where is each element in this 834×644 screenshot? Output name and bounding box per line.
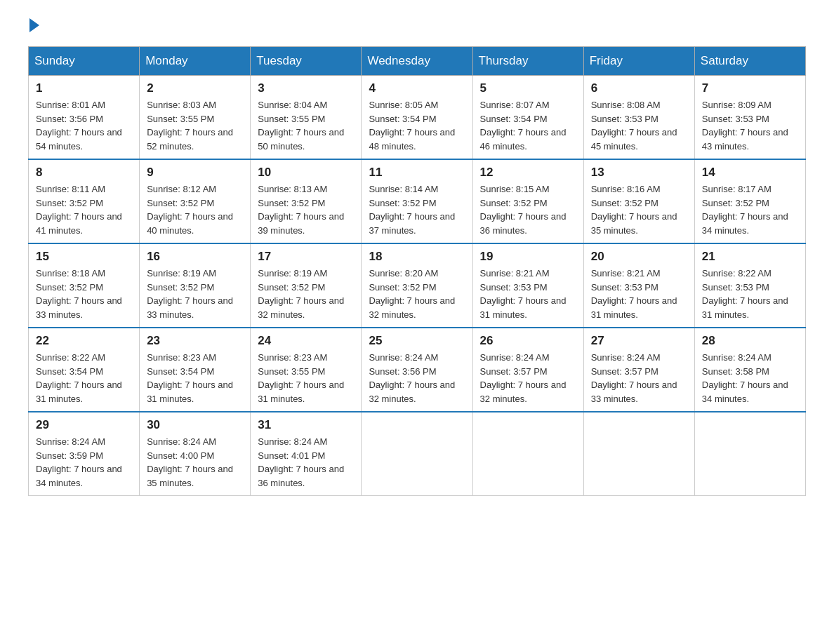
day-info: Sunrise: 8:17 AMSunset: 3:52 PMDaylight:…: [702, 182, 798, 237]
weekday-header-tuesday: Tuesday: [251, 47, 362, 76]
day-number: 21: [702, 250, 798, 264]
calendar-cell: 16Sunrise: 8:19 AMSunset: 3:52 PMDayligh…: [140, 243, 251, 328]
calendar-cell: 31Sunrise: 8:24 AMSunset: 4:01 PMDayligh…: [251, 412, 362, 496]
calendar-cell: 13Sunrise: 8:16 AMSunset: 3:52 PMDayligh…: [583, 159, 694, 243]
day-number: 23: [147, 334, 243, 348]
calendar-cell: 5Sunrise: 8:07 AMSunset: 3:54 PMDaylight…: [472, 76, 583, 160]
day-info: Sunrise: 8:15 AMSunset: 3:52 PMDaylight:…: [480, 182, 576, 237]
calendar-cell: 3Sunrise: 8:04 AMSunset: 3:55 PMDaylight…: [251, 76, 362, 160]
day-number: 19: [480, 250, 576, 264]
day-number: 14: [702, 166, 798, 180]
day-number: 30: [147, 418, 243, 432]
day-info: Sunrise: 8:04 AMSunset: 3:55 PMDaylight:…: [258, 98, 354, 153]
day-number: 16: [147, 250, 243, 264]
day-number: 25: [369, 334, 465, 348]
calendar-cell: 7Sunrise: 8:09 AMSunset: 3:53 PMDaylight…: [694, 76, 805, 160]
calendar-cell: 15Sunrise: 8:18 AMSunset: 3:52 PMDayligh…: [29, 243, 140, 328]
calendar-week-4: 22Sunrise: 8:22 AMSunset: 3:54 PMDayligh…: [29, 328, 806, 412]
calendar-cell: [694, 412, 805, 496]
calendar-cell: 26Sunrise: 8:24 AMSunset: 3:57 PMDayligh…: [472, 328, 583, 412]
weekday-header-friday: Friday: [583, 47, 694, 76]
weekday-header-wednesday: Wednesday: [362, 47, 472, 76]
day-info: Sunrise: 8:24 AMSunset: 4:00 PMDaylight:…: [147, 435, 243, 490]
calendar-cell: 18Sunrise: 8:20 AMSunset: 3:52 PMDayligh…: [362, 243, 472, 328]
day-number: 3: [258, 81, 354, 95]
page-header: [28, 21, 806, 32]
day-info: Sunrise: 8:24 AMSunset: 3:59 PMDaylight:…: [36, 435, 132, 490]
calendar-cell: [472, 412, 583, 496]
day-info: Sunrise: 8:20 AMSunset: 3:52 PMDaylight:…: [369, 267, 465, 321]
day-info: Sunrise: 8:21 AMSunset: 3:53 PMDaylight:…: [591, 267, 687, 321]
calendar-cell: 22Sunrise: 8:22 AMSunset: 3:54 PMDayligh…: [29, 328, 140, 412]
logo: [28, 21, 39, 32]
day-info: Sunrise: 8:13 AMSunset: 3:52 PMDaylight:…: [258, 182, 354, 237]
calendar-cell: 12Sunrise: 8:15 AMSunset: 3:52 PMDayligh…: [472, 159, 583, 243]
calendar-cell: 30Sunrise: 8:24 AMSunset: 4:00 PMDayligh…: [140, 412, 251, 496]
day-number: 13: [591, 166, 687, 180]
day-info: Sunrise: 8:03 AMSunset: 3:55 PMDaylight:…: [147, 98, 243, 153]
day-number: 24: [258, 334, 354, 348]
calendar-cell: 11Sunrise: 8:14 AMSunset: 3:52 PMDayligh…: [362, 159, 472, 243]
day-number: 15: [36, 250, 132, 264]
day-number: 26: [480, 334, 576, 348]
day-number: 9: [147, 166, 243, 180]
calendar-week-3: 15Sunrise: 8:18 AMSunset: 3:52 PMDayligh…: [29, 243, 806, 328]
calendar-week-1: 1Sunrise: 8:01 AMSunset: 3:56 PMDaylight…: [29, 76, 806, 160]
calendar-cell: [362, 412, 472, 496]
day-info: Sunrise: 8:16 AMSunset: 3:52 PMDaylight:…: [591, 182, 687, 237]
weekday-header-sunday: Sunday: [29, 47, 140, 76]
day-info: Sunrise: 8:22 AMSunset: 3:53 PMDaylight:…: [702, 267, 798, 321]
calendar-table: SundayMondayTuesdayWednesdayThursdayFrid…: [28, 46, 806, 496]
day-number: 17: [258, 250, 354, 264]
calendar-cell: 9Sunrise: 8:12 AMSunset: 3:52 PMDaylight…: [140, 159, 251, 243]
day-info: Sunrise: 8:24 AMSunset: 3:57 PMDaylight:…: [480, 351, 576, 405]
calendar-cell: 23Sunrise: 8:23 AMSunset: 3:54 PMDayligh…: [140, 328, 251, 412]
calendar-cell: [583, 412, 694, 496]
calendar-week-5: 29Sunrise: 8:24 AMSunset: 3:59 PMDayligh…: [29, 412, 806, 496]
day-info: Sunrise: 8:07 AMSunset: 3:54 PMDaylight:…: [480, 98, 576, 153]
day-info: Sunrise: 8:19 AMSunset: 3:52 PMDaylight:…: [258, 267, 354, 321]
day-info: Sunrise: 8:24 AMSunset: 3:57 PMDaylight:…: [591, 351, 687, 405]
calendar-week-2: 8Sunrise: 8:11 AMSunset: 3:52 PMDaylight…: [29, 159, 806, 243]
day-info: Sunrise: 8:24 AMSunset: 4:01 PMDaylight:…: [258, 435, 354, 490]
day-info: Sunrise: 8:24 AMSunset: 3:56 PMDaylight:…: [369, 351, 465, 405]
day-number: 8: [36, 166, 132, 180]
calendar-cell: 20Sunrise: 8:21 AMSunset: 3:53 PMDayligh…: [583, 243, 694, 328]
day-info: Sunrise: 8:18 AMSunset: 3:52 PMDaylight:…: [36, 267, 132, 321]
weekday-header-thursday: Thursday: [472, 47, 583, 76]
weekday-header-monday: Monday: [140, 47, 251, 76]
calendar-cell: 21Sunrise: 8:22 AMSunset: 3:53 PMDayligh…: [694, 243, 805, 328]
day-number: 7: [702, 81, 798, 95]
calendar-cell: 1Sunrise: 8:01 AMSunset: 3:56 PMDaylight…: [29, 76, 140, 160]
calendar-cell: 27Sunrise: 8:24 AMSunset: 3:57 PMDayligh…: [583, 328, 694, 412]
day-info: Sunrise: 8:09 AMSunset: 3:53 PMDaylight:…: [702, 98, 798, 153]
day-number: 11: [369, 166, 465, 180]
calendar-cell: 17Sunrise: 8:19 AMSunset: 3:52 PMDayligh…: [251, 243, 362, 328]
logo-arrow-icon: [29, 18, 39, 32]
calendar-cell: 6Sunrise: 8:08 AMSunset: 3:53 PMDaylight…: [583, 76, 694, 160]
day-number: 12: [480, 166, 576, 180]
day-info: Sunrise: 8:23 AMSunset: 3:55 PMDaylight:…: [258, 351, 354, 405]
day-info: Sunrise: 8:21 AMSunset: 3:53 PMDaylight:…: [480, 267, 576, 321]
calendar-cell: 28Sunrise: 8:24 AMSunset: 3:58 PMDayligh…: [694, 328, 805, 412]
calendar-cell: 14Sunrise: 8:17 AMSunset: 3:52 PMDayligh…: [694, 159, 805, 243]
day-number: 18: [369, 250, 465, 264]
day-number: 20: [591, 250, 687, 264]
day-info: Sunrise: 8:08 AMSunset: 3:53 PMDaylight:…: [591, 98, 687, 153]
day-info: Sunrise: 8:01 AMSunset: 3:56 PMDaylight:…: [36, 98, 132, 153]
day-number: 10: [258, 166, 354, 180]
calendar-cell: 4Sunrise: 8:05 AMSunset: 3:54 PMDaylight…: [362, 76, 472, 160]
day-number: 2: [147, 81, 243, 95]
weekday-header-saturday: Saturday: [694, 47, 805, 76]
calendar-header-row: SundayMondayTuesdayWednesdayThursdayFrid…: [29, 47, 806, 76]
day-number: 27: [591, 334, 687, 348]
day-number: 4: [369, 81, 465, 95]
day-number: 5: [480, 81, 576, 95]
day-info: Sunrise: 8:05 AMSunset: 3:54 PMDaylight:…: [369, 98, 465, 153]
day-number: 1: [36, 81, 132, 95]
day-info: Sunrise: 8:23 AMSunset: 3:54 PMDaylight:…: [147, 351, 243, 405]
day-number: 22: [36, 334, 132, 348]
day-info: Sunrise: 8:14 AMSunset: 3:52 PMDaylight:…: [369, 182, 465, 237]
calendar-cell: 19Sunrise: 8:21 AMSunset: 3:53 PMDayligh…: [472, 243, 583, 328]
day-number: 31: [258, 418, 354, 432]
